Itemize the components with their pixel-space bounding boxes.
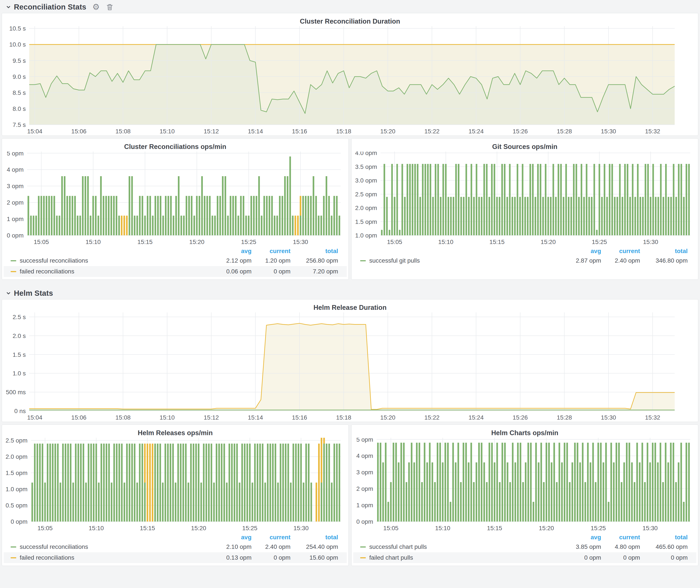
legend-series-label[interactable]: failed chart pulls: [360, 554, 562, 561]
svg-text:15:28: 15:28: [557, 414, 572, 421]
legend-header-row: avgcurrenttotal: [4, 533, 347, 541]
legend-series-label[interactable]: successful chart pulls: [360, 543, 562, 550]
legend-header-current[interactable]: current: [601, 534, 640, 541]
panel-title[interactable]: Cluster Reconciliations ops/min: [2, 139, 348, 152]
panel-title[interactable]: Helm Charts ops/min: [352, 425, 698, 438]
svg-text:15:30: 15:30: [601, 128, 616, 135]
legend-header-current[interactable]: current: [252, 534, 290, 541]
legend-value: 346.80 opm: [640, 257, 688, 264]
legend-header-total[interactable]: total: [640, 534, 688, 541]
legend-series-label[interactable]: successful reconciliations: [11, 543, 213, 550]
series-color-marker: [360, 546, 366, 548]
cluster-reconciliations-chart[interactable]: 5 opm4 opm3 opm2 opm1 opm0 opm15:0515:10…: [4, 152, 347, 246]
svg-text:15:06: 15:06: [71, 128, 86, 135]
legend-value: 2.40 opm: [252, 543, 290, 550]
svg-text:9.0 s: 9.0 s: [13, 73, 26, 80]
legend-header-total[interactable]: total: [290, 248, 338, 255]
chart-svg: 5 opm4 opm3 opm2 opm1 opm0 opm15:0515:10…: [353, 438, 696, 532]
svg-text:2.5 opm: 2.5 opm: [355, 191, 377, 198]
svg-text:15:26: 15:26: [513, 414, 528, 421]
svg-text:15:15: 15:15: [487, 525, 502, 531]
legend-value: 3.85 opm: [562, 543, 601, 550]
cluster-reconciliation-duration-chart[interactable]: 10.5 s10.0 s9.5 s9.0 s8.5 s8.0 s7.5 s15:…: [4, 26, 696, 136]
svg-text:15:08: 15:08: [115, 414, 131, 421]
svg-text:15:10: 15:10: [435, 525, 450, 531]
gear-icon[interactable]: ⚙: [92, 3, 100, 11]
panel-title[interactable]: Git Sources ops/min: [352, 139, 698, 152]
svg-text:15:24: 15:24: [468, 128, 484, 135]
svg-text:2 opm: 2 opm: [356, 485, 373, 492]
panel-title[interactable]: Cluster Reconciliation Duration: [2, 13, 698, 26]
legend-row: failed reconciliations0.06 opm0 opm7.20 …: [4, 266, 347, 277]
legend-header-total[interactable]: total: [290, 534, 338, 541]
svg-text:15:06: 15:06: [71, 414, 86, 421]
svg-text:15:14: 15:14: [248, 414, 263, 421]
svg-text:4 opm: 4 opm: [7, 166, 24, 173]
git-sources-chart[interactable]: 4.0 opm3.5 opm3.0 opm2.5 opm2.0 opm1.5 o…: [353, 152, 696, 246]
legend-row: successful git pulls2.87 opm2.40 opm346.…: [353, 255, 696, 266]
trash-icon[interactable]: [106, 3, 114, 11]
legend-series-label[interactable]: failed reconciliations: [11, 268, 213, 275]
section-header-helm[interactable]: Helm Stats: [0, 282, 700, 299]
svg-text:15:15: 15:15: [140, 525, 155, 531]
svg-text:15:04: 15:04: [27, 128, 42, 135]
helm-charts-chart[interactable]: 5 opm4 opm3 opm2 opm1 opm0 opm15:0515:10…: [353, 438, 696, 532]
svg-text:5 opm: 5 opm: [356, 438, 373, 443]
legend-header-current[interactable]: current: [252, 248, 290, 255]
svg-text:15:28: 15:28: [557, 128, 572, 135]
legend-header-avg[interactable]: avg: [562, 534, 601, 541]
helm-release-duration-chart[interactable]: 2.5 s2.0 s1.5 s1.0 s500 ms0 ns15:0415:06…: [4, 312, 696, 422]
legend-series-label[interactable]: successful reconciliations: [11, 257, 213, 264]
legend-value: 0 opm: [640, 554, 688, 561]
legend-value: 0.13 opm: [213, 554, 252, 561]
section-title[interactable]: Helm Stats: [14, 289, 53, 297]
legend-header-row: avgcurrenttotal: [353, 533, 696, 541]
svg-text:15:05: 15:05: [37, 525, 53, 531]
svg-text:2.0 s: 2.0 s: [13, 333, 26, 339]
svg-text:1 opm: 1 opm: [7, 216, 24, 222]
legend-header-row: avgcurrenttotal: [4, 247, 347, 255]
svg-text:1.0 opm: 1.0 opm: [355, 232, 377, 239]
section-title[interactable]: Reconciliation Stats: [14, 3, 86, 11]
svg-text:15:20: 15:20: [539, 525, 554, 531]
git-sources-legend: avgcurrenttotalsuccessful git pulls2.87 …: [352, 246, 698, 269]
legend-value: 256.80 opm: [290, 257, 338, 264]
legend-header-avg[interactable]: avg: [562, 248, 601, 255]
legend-header-avg[interactable]: avg: [213, 248, 252, 255]
legend-series-label[interactable]: failed reconciliations: [11, 554, 213, 561]
svg-text:15:18: 15:18: [336, 414, 351, 421]
legend-header-avg[interactable]: avg: [213, 534, 252, 541]
svg-text:15:30: 15:30: [601, 414, 616, 421]
legend-header-current[interactable]: current: [601, 248, 640, 255]
legend-header-total[interactable]: total: [640, 248, 688, 255]
cluster-reconciliations-legend: avgcurrenttotalsuccessful reconciliation…: [2, 246, 348, 279]
section-header-reconciliation[interactable]: Reconciliation Stats ⚙: [0, 0, 700, 13]
svg-text:1.5 opm: 1.5 opm: [6, 470, 27, 476]
series-color-marker: [360, 260, 366, 261]
svg-text:15:32: 15:32: [645, 128, 660, 135]
svg-text:15:15: 15:15: [489, 239, 505, 245]
chart-svg: 2.5 s2.0 s1.5 s1.0 s500 ms0 ns15:0415:06…: [4, 312, 696, 422]
chevron-down-icon: [5, 290, 12, 296]
legend-value: 0 opm: [601, 554, 640, 561]
svg-text:15:25: 15:25: [591, 525, 606, 531]
panel-title[interactable]: Helm Release Duration: [2, 299, 698, 312]
legend-row: successful chart pulls3.85 opm4.80 opm46…: [353, 541, 696, 552]
svg-text:0.5 opm: 0.5 opm: [6, 502, 27, 509]
svg-text:15:04: 15:04: [27, 414, 42, 421]
legend-value: 2.40 opm: [601, 257, 640, 264]
svg-text:0 opm: 0 opm: [356, 518, 373, 525]
series-color-marker: [11, 260, 16, 261]
legend-value: 0 opm: [252, 268, 290, 275]
panel-helm-releases-opm: Helm Releases ops/min 2.5 opm2.0 opm1.5 …: [2, 425, 349, 566]
legend-value: 1.20 opm: [252, 257, 290, 264]
chart-svg: 2.5 opm2.0 opm1.5 opm1.0 opm0.5 opm0 opm…: [4, 438, 347, 532]
svg-text:10.5 s: 10.5 s: [9, 26, 26, 32]
helm-releases-chart[interactable]: 2.5 opm2.0 opm1.5 opm1.0 opm0.5 opm0 opm…: [4, 438, 347, 532]
panel-title[interactable]: Helm Releases ops/min: [2, 425, 348, 438]
legend-row: failed reconciliations0.13 opm0 opm15.60…: [4, 552, 347, 563]
svg-text:15:20: 15:20: [189, 239, 204, 245]
legend-series-label[interactable]: successful git pulls: [360, 257, 562, 264]
svg-text:10.0 s: 10.0 s: [9, 41, 26, 48]
svg-text:15:30: 15:30: [642, 525, 658, 531]
